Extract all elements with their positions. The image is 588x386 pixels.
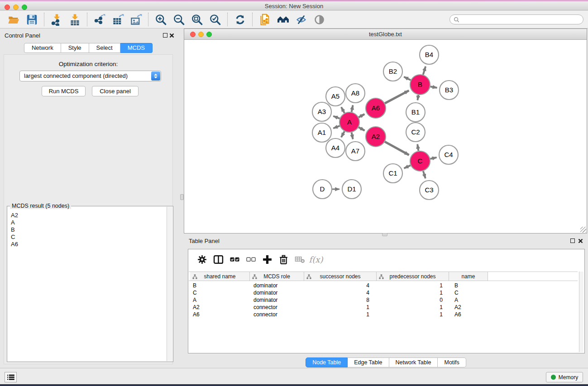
graph-edge-A-A1[interactable] (333, 126, 339, 128)
graph-edge-B-B3[interactable] (430, 86, 437, 88)
close-table-panel-icon[interactable] (578, 238, 583, 243)
graph-edge-B-B2[interactable] (404, 77, 411, 80)
import-network-icon (51, 14, 63, 26)
graph-edge-A2-C[interactable] (385, 142, 409, 155)
delete-rows-button[interactable] (275, 252, 292, 267)
graph-node-label-A8: A8 (351, 89, 359, 97)
mcds-result-item[interactable]: B (11, 226, 166, 234)
graph-edge-A-A2[interactable] (359, 127, 364, 130)
table-cell: dominator (250, 296, 304, 304)
float-table-panel-button[interactable] (570, 238, 575, 243)
select-all-button[interactable] (226, 252, 243, 267)
search-field[interactable] (449, 14, 583, 24)
criterion-dropdown[interactable]: largest connected component (directed) (19, 71, 161, 81)
search-input[interactable] (462, 16, 579, 23)
export-network-button[interactable] (91, 12, 109, 27)
column-header-mcds-role[interactable]: MCDS role (250, 272, 304, 281)
column-hierarchy-icon (306, 274, 311, 279)
tab-select[interactable]: Select (89, 43, 120, 53)
table-options-button[interactable] (194, 252, 210, 267)
tab-mcds[interactable]: MCDS (120, 43, 153, 53)
tab-motifs[interactable]: Motifs (438, 357, 466, 367)
memory-button[interactable]: Memory (546, 372, 583, 382)
column-header-name[interactable]: name (449, 272, 488, 281)
tab-style[interactable]: Style (61, 43, 89, 53)
mcds-result-item[interactable]: A (11, 219, 166, 226)
close-panel-button[interactable]: Close panel (92, 86, 139, 96)
toolbar-separator (252, 13, 253, 26)
graph-edge-A-A7[interactable] (352, 133, 353, 139)
graph-node-label-A4: A4 (331, 144, 339, 152)
open-session-button[interactable] (5, 12, 23, 27)
table-row[interactable]: Cdominator41C (190, 289, 578, 296)
zoom-in-button[interactable] (152, 12, 170, 27)
graph-edge-A-A4[interactable] (341, 131, 344, 137)
close-panel-icon[interactable] (169, 33, 174, 38)
column-header-predecessor-nodes[interactable]: predecessor nodes (377, 272, 449, 281)
graph-edge-B-B4[interactable] (423, 67, 426, 75)
delete-table-button[interactable] (292, 252, 308, 267)
unselect-all-button[interactable] (243, 252, 259, 267)
table-row[interactable]: A6connector11A6 (190, 311, 578, 318)
table-row[interactable]: A2connector11A2 (190, 304, 578, 311)
graph-edge-A-A3[interactable] (333, 116, 339, 119)
function-builder-button[interactable]: f(x) (308, 252, 324, 267)
save-floppy-icon (26, 14, 38, 26)
graph-node-label-B1: B1 (411, 108, 420, 116)
gear-icon (197, 254, 207, 265)
hide-graphics-details-button[interactable] (292, 12, 310, 27)
task-history-button[interactable] (5, 372, 17, 382)
table-cell: A (449, 296, 488, 304)
graph-edge-A-A8[interactable] (352, 105, 353, 112)
horizontal-splitter-handle[interactable] (382, 233, 387, 236)
add-row-button[interactable] (259, 252, 275, 267)
mcds-result-item[interactable]: C (11, 234, 166, 241)
graph-edge-A-A6[interactable] (359, 114, 364, 117)
column-header-shared-name[interactable]: shared name (190, 272, 250, 281)
show-columns-button[interactable] (210, 252, 226, 267)
mcds-result-scrollbar[interactable] (167, 207, 172, 361)
refresh-button[interactable] (231, 12, 249, 27)
zoom-fit-button[interactable] (188, 12, 206, 27)
tab-edge-table[interactable]: Edge Table (348, 357, 389, 367)
table-cell: 4 (304, 289, 377, 296)
zoom-selected-button[interactable] (206, 12, 224, 27)
control-panel-tabs: NetworkStyleSelectMCDS (0, 43, 177, 53)
graph-edge-C-C1[interactable] (404, 165, 411, 168)
run-mcds-button[interactable]: Run MCDS (42, 86, 86, 96)
export-image-button[interactable] (127, 12, 145, 27)
reset-view-button[interactable] (274, 12, 292, 27)
zoom-selected-icon (209, 14, 221, 26)
table-row[interactable]: Adominator80A (190, 296, 578, 304)
show-graphics-details-button[interactable] (310, 12, 328, 27)
table-cell: dominator (250, 282, 304, 289)
column-header-successor-nodes[interactable]: successor nodes (304, 272, 377, 281)
graph-edge-B-B1[interactable] (417, 95, 418, 100)
import-table-button[interactable] (66, 12, 84, 27)
graph-edge-A6-B[interactable] (385, 91, 409, 103)
network-window-title: testGlobe.txt (184, 31, 587, 38)
clone-network-button[interactable] (256, 12, 274, 27)
graph-edge-C-C2[interactable] (417, 144, 418, 151)
export-table-button[interactable] (109, 12, 127, 27)
vertical-splitter-handle[interactable] (180, 194, 184, 200)
main-titlebar: Session: New Session (0, 1, 588, 10)
mcds-result-item[interactable]: A2 (11, 212, 166, 219)
graph-edge-A-A5[interactable] (341, 107, 344, 113)
tab-network-table[interactable]: Network Table (389, 357, 438, 367)
zoom-out-button[interactable] (170, 12, 188, 27)
tab-node-table[interactable]: Node Table (306, 357, 348, 367)
table-scrollbar[interactable] (579, 272, 583, 352)
window-resize-grip[interactable] (580, 227, 586, 233)
graph-edge-C-C3[interactable] (423, 171, 425, 178)
import-network-button[interactable] (48, 12, 66, 27)
tab-network[interactable]: Network (24, 43, 61, 53)
float-panel-button[interactable] (163, 33, 167, 38)
save-session-button[interactable] (23, 12, 41, 27)
table-row[interactable]: Bdominator41B (190, 282, 578, 289)
table-panel-title: Table Panel (189, 238, 220, 244)
network-canvas[interactable]: B4B2BB3A8A5A6A3B1AA1C2A2A4A7C4CC1DD1C3 (184, 40, 587, 233)
mcds-result-item[interactable]: A6 (11, 241, 166, 248)
graph-edge-C-C4[interactable] (430, 157, 437, 159)
graph-node-label-A6: A6 (372, 104, 380, 112)
